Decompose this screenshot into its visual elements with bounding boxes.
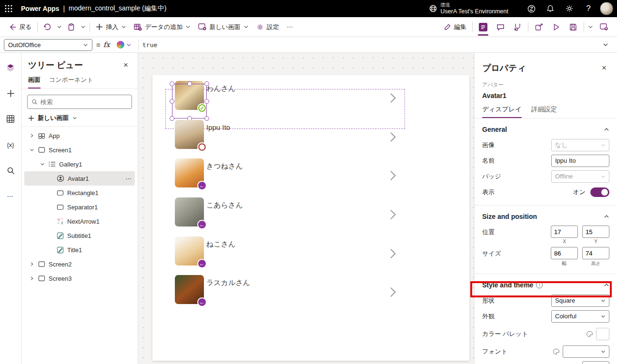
next-arrow-icon[interactable] — [389, 131, 396, 143]
canvas-area[interactable]: ✓ わんさん Ippu Ito — [138, 53, 474, 364]
size-height-input[interactable] — [582, 247, 609, 259]
tree-view-close-icon[interactable]: × — [121, 59, 131, 71]
copilot-icon[interactable] — [522, 0, 541, 17]
next-arrow-icon[interactable] — [389, 248, 396, 259]
tab-components[interactable]: コンポーネント — [49, 76, 93, 89]
rail-insert-icon[interactable] — [3, 86, 18, 100]
tree-item-more-icon[interactable]: ⋯ — [125, 175, 132, 182]
undo-menu-chevron-icon[interactable] — [55, 20, 64, 35]
chevron-right-icon[interactable] — [29, 133, 35, 138]
tree-search-box[interactable] — [27, 95, 132, 109]
next-arrow-icon[interactable] — [389, 286, 396, 298]
gallery-item[interactable]: Ippu Ito — [152, 120, 469, 159]
environment-picker[interactable]: 環境 UserA Test's Environment — [429, 2, 509, 15]
screen1-canvas[interactable]: ✓ わんさん Ippu Ito — [152, 75, 469, 361]
tab-display[interactable]: ディスプレイ — [482, 105, 522, 118]
edit-button[interactable]: 編集 — [440, 20, 470, 35]
tree-item-screen1[interactable]: Screen1 — [24, 143, 135, 157]
tree-new-screen-button[interactable]: 新しい画面 — [21, 109, 138, 126]
rail-more-icon[interactable]: ⋯ — [3, 189, 18, 203]
visible-toggle[interactable] — [590, 187, 609, 197]
formula-bar-expand-chevron-icon[interactable] — [598, 42, 613, 48]
avatar-image-koala[interactable]: ← — [175, 197, 204, 226]
tree-item-avatar1[interactable]: Avatar1 ⋯ — [24, 171, 135, 186]
font-size-input[interactable] — [582, 361, 609, 364]
chevron-down-icon[interactable] — [40, 162, 45, 167]
tree-item-separator1[interactable]: Separator1 — [24, 200, 135, 214]
chevron-right-icon[interactable] — [29, 262, 35, 266]
avatar-image-cat[interactable]: ← — [175, 236, 204, 266]
tree-item-app[interactable]: App — [24, 128, 135, 143]
undo-button[interactable] — [40, 20, 55, 35]
position-y-input[interactable] — [582, 226, 609, 238]
rail-variables-icon[interactable]: {x} — [3, 138, 18, 152]
next-arrow-icon[interactable] — [389, 209, 396, 220]
settings-button[interactable]: 設定 — [253, 20, 283, 35]
app-checker-button[interactable] — [509, 20, 526, 35]
avatar-image-red-panda[interactable]: ← — [175, 275, 204, 304]
help-icon[interactable]: ? — [579, 0, 598, 17]
tree-item-screen2[interactable]: Screen2 — [24, 257, 135, 271]
tab-advanced[interactable]: 詳細設定 — [531, 105, 557, 118]
tree-item-subtitle1[interactable]: Subtitle1 — [24, 228, 135, 243]
play-preview-button[interactable] — [547, 20, 565, 35]
font-dropdown[interactable] — [563, 345, 609, 358]
formula-input[interactable]: true — [142, 41, 594, 49]
tree-item-title1[interactable]: Title1 — [24, 243, 135, 257]
avatar-image-dog[interactable]: ✓ — [175, 81, 204, 110]
rail-data-icon[interactable] — [3, 112, 18, 126]
comments-button[interactable] — [492, 20, 509, 35]
avatar-image-fox[interactable]: ← — [175, 158, 204, 187]
chevron-right-icon[interactable] — [29, 276, 35, 281]
rail-tree-view-icon[interactable] — [3, 60, 18, 75]
paste-menu-chevron-icon[interactable] — [79, 20, 88, 35]
gallery-item[interactable]: ✓ わんさん — [152, 81, 469, 120]
back-button[interactable]: 戻る — [5, 20, 35, 35]
position-x-input[interactable] — [551, 226, 578, 238]
avatar-image-bottle[interactable] — [175, 120, 204, 149]
section-size-position-header[interactable]: Size and position — [482, 210, 609, 223]
user-avatar[interactable] — [600, 2, 613, 15]
tree-item-gallery1[interactable]: Gallery1 — [24, 157, 135, 171]
publish-button[interactable] — [595, 20, 612, 35]
chevron-down-icon[interactable] — [29, 148, 35, 152]
paste-button[interactable] — [64, 20, 79, 35]
rail-search-icon[interactable] — [3, 163, 18, 177]
gallery-item[interactable]: ← ラスカルさん — [152, 275, 469, 314]
resize-handle[interactable] — [170, 99, 174, 104]
new-screen-button[interactable]: 新しい画面 — [194, 20, 253, 35]
shape-dropdown[interactable]: Square — [551, 295, 609, 307]
gallery-item[interactable]: ← ねこさん — [152, 236, 469, 275]
waffle-menu-icon[interactable] — [0, 0, 17, 17]
command-overflow-button[interactable]: ⋯ — [283, 20, 297, 35]
gallery-item[interactable]: ← こあらさん — [152, 197, 469, 236]
formula-copilot-button[interactable] — [114, 40, 134, 49]
section-general-header[interactable]: General — [482, 123, 609, 136]
tree-item-screen3[interactable]: Screen3 — [24, 271, 135, 285]
app-name[interactable]: Power Apps — [21, 5, 59, 12]
next-arrow-icon[interactable] — [389, 170, 396, 181]
tree-item-nextarrow1[interactable]: ⊘♡+2 NextArrow1 — [24, 214, 135, 228]
save-button[interactable] — [565, 20, 582, 35]
palette-swatch[interactable] — [596, 328, 609, 340]
size-width-input[interactable] — [551, 247, 578, 259]
gallery-item[interactable]: ← きつねさん — [152, 158, 469, 197]
next-arrow-icon[interactable] — [389, 92, 396, 104]
tab-screens[interactable]: 画面 — [28, 76, 40, 89]
app-authoring-view-button[interactable] — [475, 20, 492, 35]
tree-search-input[interactable] — [40, 98, 128, 106]
appearance-dropdown[interactable]: Colorful — [551, 310, 609, 323]
add-data-button[interactable]: データの追加 — [130, 20, 194, 35]
insert-button[interactable]: 挿入 — [92, 20, 130, 35]
resize-handle[interactable] — [204, 99, 209, 104]
property-selector-dropdown[interactable]: OutOfOffice — [4, 39, 92, 51]
name-input[interactable] — [551, 155, 609, 167]
resize-handle[interactable] — [170, 81, 174, 86]
share-button[interactable] — [530, 20, 547, 35]
tree-item-rectangle1[interactable]: Rectangle1 — [24, 186, 135, 200]
settings-gear-icon[interactable] — [560, 0, 579, 17]
section-style-theme-header[interactable]: Style and theme i — [482, 279, 609, 291]
save-menu-chevron-icon[interactable] — [586, 20, 595, 35]
notifications-bell-icon[interactable] — [541, 0, 560, 17]
properties-close-icon[interactable]: × — [599, 62, 609, 74]
